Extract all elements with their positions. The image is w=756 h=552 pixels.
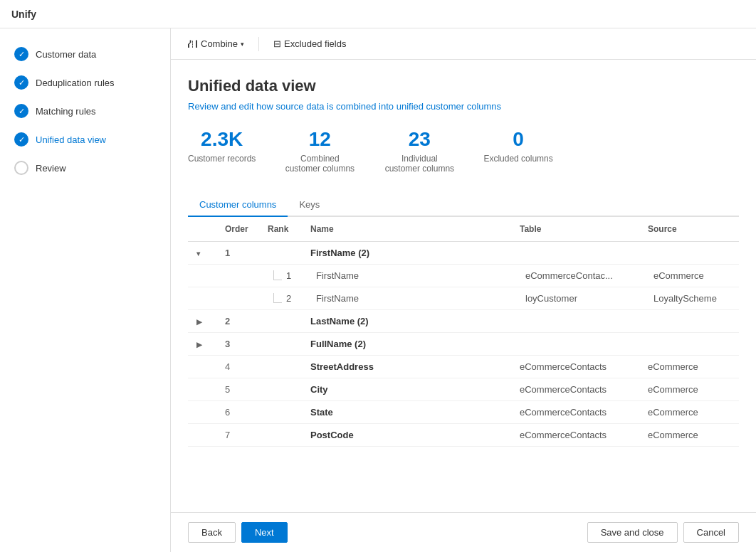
- sidebar-status-review: [14, 161, 28, 175]
- order-cell: 4: [216, 355, 259, 378]
- save-close-button[interactable]: Save and close: [587, 522, 678, 543]
- source-cell: eCommerce: [639, 355, 739, 378]
- source-cell: LoyaltyScheme: [639, 287, 739, 309]
- top-bar: Unify: [0, 0, 756, 28]
- content-area: ⛙ Combine ▾ ⊟ Excluded fields Unified da…: [171, 28, 756, 552]
- col-header-order: Order: [216, 217, 259, 242]
- sidebar-status-matching-rules: [14, 104, 28, 118]
- expand-icon[interactable]: ▶: [196, 341, 202, 349]
- expand-cell[interactable]: ▶: [188, 332, 216, 355]
- rank-cell: [259, 332, 302, 355]
- stat-customer-records: 2.3K Customer records: [188, 129, 256, 174]
- table-row: 7 PostCode eCommerceContacts eCommerce: [188, 423, 739, 446]
- sidebar-label-unified-data-view: Unified data view: [36, 134, 106, 145]
- excluded-fields-icon: ⊟: [273, 38, 281, 49]
- sidebar-label-matching-rules: Matching rules: [36, 106, 96, 117]
- next-button[interactable]: Next: [241, 522, 288, 543]
- page-subtitle: Review and edit how source data is combi…: [188, 101, 739, 112]
- table-cell: eCommerceContacts: [511, 423, 639, 446]
- tab-customer-columns[interactable]: Customer columns: [188, 193, 288, 217]
- stat-label-customer-records: Customer records: [188, 154, 256, 164]
- expand-cell[interactable]: ▾: [188, 241, 216, 264]
- combine-icon: ⛙: [188, 38, 198, 50]
- excluded-fields-button[interactable]: ⊟ Excluded fields: [268, 36, 352, 52]
- sidebar-item-review[interactable]: Review: [0, 154, 170, 182]
- order-cell: 3: [216, 332, 259, 355]
- rank-cell: 2: [259, 287, 302, 309]
- combine-button[interactable]: ⛙ Combine ▾: [182, 36, 250, 53]
- name-cell: StreetAddress: [302, 355, 511, 378]
- col-header-rank: Rank: [259, 217, 302, 242]
- source-cell: [639, 332, 739, 355]
- col-header-source: Source: [639, 217, 739, 242]
- data-table: Order Rank Name Table Source ▾ 1: [188, 217, 739, 447]
- name-cell: LastName (2): [302, 309, 511, 332]
- table-cell: eCommerceContacts: [511, 400, 639, 423]
- sidebar: Customer data Deduplication rules Matchi…: [0, 28, 171, 552]
- sidebar-item-unified-data-view[interactable]: Unified data view: [0, 125, 170, 154]
- sidebar-item-customer-data[interactable]: Customer data: [0, 40, 170, 68]
- expand-cell[interactable]: ▶: [188, 309, 216, 332]
- stat-label-individual-columns: Individual customer columns: [384, 154, 455, 174]
- rank-cell: [259, 400, 302, 423]
- rank-cell: [259, 355, 302, 378]
- name-cell: PostCode: [302, 423, 511, 446]
- back-button[interactable]: Back: [188, 522, 236, 543]
- footer-right: Save and close Cancel: [587, 522, 739, 543]
- rank-cell: [259, 378, 302, 400]
- stat-label-combined-columns: Combined customer columns: [284, 154, 355, 174]
- order-cell: [216, 264, 259, 287]
- table-cell: [511, 332, 639, 355]
- name-cell: State: [302, 400, 511, 423]
- expand-cell: [188, 355, 216, 378]
- table-cell: eCommerceContacts: [511, 355, 639, 378]
- table-cell: eCommerceContac...: [511, 264, 639, 287]
- footer: Back Next Save and close Cancel: [171, 512, 756, 552]
- stat-value-excluded-columns: 0: [513, 129, 524, 151]
- stat-excluded-columns: 0 Excluded columns: [483, 129, 552, 174]
- tab-keys[interactable]: Keys: [288, 193, 331, 217]
- expand-cell: [188, 423, 216, 446]
- stat-value-customer-records: 2.3K: [201, 129, 243, 151]
- sidebar-label-customer-data: Customer data: [36, 49, 96, 60]
- page-title: Unified data view: [188, 77, 739, 95]
- order-cell: [216, 287, 259, 309]
- table-cell: loyCustomer: [511, 287, 639, 309]
- sidebar-status-customer-data: [14, 47, 28, 61]
- collapse-icon[interactable]: ▾: [196, 250, 200, 258]
- stat-value-individual-columns: 23: [409, 129, 431, 151]
- name-cell: FirstName (2): [302, 241, 511, 264]
- table-cell: [511, 241, 639, 264]
- sub-toolbar: ⛙ Combine ▾ ⊟ Excluded fields: [171, 28, 756, 60]
- source-cell: eCommerce: [639, 264, 739, 287]
- table-row: 4 StreetAddress eCommerceContacts eComme…: [188, 355, 739, 378]
- rank-cell: 1: [259, 264, 302, 287]
- col-header-table: Table: [511, 217, 639, 242]
- name-cell: FullName (2): [302, 332, 511, 355]
- table-cell: eCommerceContacts: [511, 378, 639, 400]
- source-cell: eCommerce: [639, 400, 739, 423]
- sidebar-label-deduplication-rules: Deduplication rules: [36, 78, 115, 88]
- table-row: 6 State eCommerceContacts eCommerce: [188, 400, 739, 423]
- stat-combined-columns: 12 Combined customer columns: [284, 129, 355, 174]
- order-cell: 6: [216, 400, 259, 423]
- app-title: Unify: [11, 9, 36, 20]
- col-header-expand: [188, 217, 216, 242]
- tabs: Customer columns Keys: [188, 193, 739, 217]
- table-row: ▾ 1 FirstName (2): [188, 241, 739, 264]
- rank-cell: [259, 241, 302, 264]
- table-cell: [511, 309, 639, 332]
- sidebar-item-matching-rules[interactable]: Matching rules: [0, 97, 170, 125]
- footer-left: Back Next: [188, 522, 288, 543]
- cancel-button[interactable]: Cancel: [683, 522, 739, 543]
- expand-icon[interactable]: ▶: [196, 318, 202, 326]
- expand-cell: [188, 287, 216, 309]
- combine-chevron-icon: ▾: [241, 41, 244, 48]
- combine-label: Combine: [201, 38, 238, 49]
- sidebar-item-deduplication-rules[interactable]: Deduplication rules: [0, 68, 170, 97]
- expand-cell: [188, 378, 216, 400]
- expand-cell: [188, 400, 216, 423]
- table-row: ▶ 2 LastName (2): [188, 309, 739, 332]
- source-cell: [639, 241, 739, 264]
- name-cell: City: [302, 378, 511, 400]
